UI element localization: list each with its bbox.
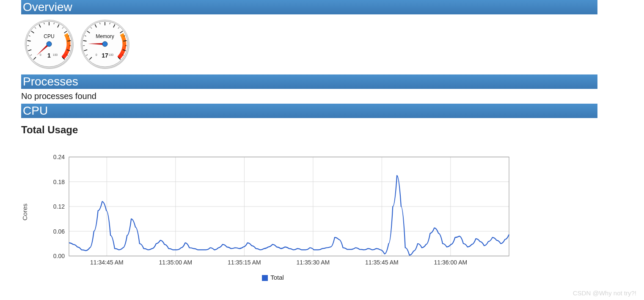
svg-text:11:35:45 AM: 11:35:45 AM [365,259,399,266]
processes-empty-message: No processes found [21,89,597,104]
svg-text:0: 0 [96,53,97,56]
chart-legend: Total [21,274,525,281]
svg-text:0.00: 0.00 [53,253,65,259]
svg-text:100: 100 [109,53,114,56]
svg-text:0: 0 [40,53,41,56]
svg-text:11:35:00 AM: 11:35:00 AM [159,259,193,266]
svg-text:11:34:45 AM: 11:34:45 AM [90,259,124,266]
svg-text:11:36:00 AM: 11:36:00 AM [434,259,468,266]
svg-text:1: 1 [47,52,51,59]
cpu-chart-svg: 11:34:45 AM11:35:00 AM11:35:15 AM11:35:3… [31,153,517,271]
svg-text:0.24: 0.24 [53,154,65,160]
legend-swatch-total [262,275,268,281]
gauge-cpu: CPU01001 [24,19,74,69]
gauges-row: CPU01001 Memory010017 [21,14,597,74]
svg-text:17: 17 [102,52,108,59]
svg-text:11:35:30 AM: 11:35:30 AM [297,259,330,266]
svg-text:CPU: CPU [44,33,54,39]
svg-point-59 [102,41,107,47]
legend-label-total: Total [270,274,284,281]
cpu-chart: Cores 11:34:45 AM11:35:00 AM11:35:15 AM1… [21,153,597,271]
svg-point-29 [47,41,52,47]
cpu-subtitle: Total Usage [21,124,597,136]
svg-text:Memory: Memory [96,33,114,39]
section-header-processes: Processes [21,74,597,89]
svg-text:0.12: 0.12 [53,203,65,210]
section-header-overview: Overview [21,0,597,14]
gauge-memory: Memory010017 [80,19,130,69]
svg-text:100: 100 [53,53,58,56]
chart-y-axis-label: Cores [21,204,28,220]
svg-text:0.06: 0.06 [53,228,65,235]
svg-text:11:35:15 AM: 11:35:15 AM [228,259,261,266]
section-header-cpu: CPU [21,104,597,118]
svg-text:0.18: 0.18 [53,179,65,185]
